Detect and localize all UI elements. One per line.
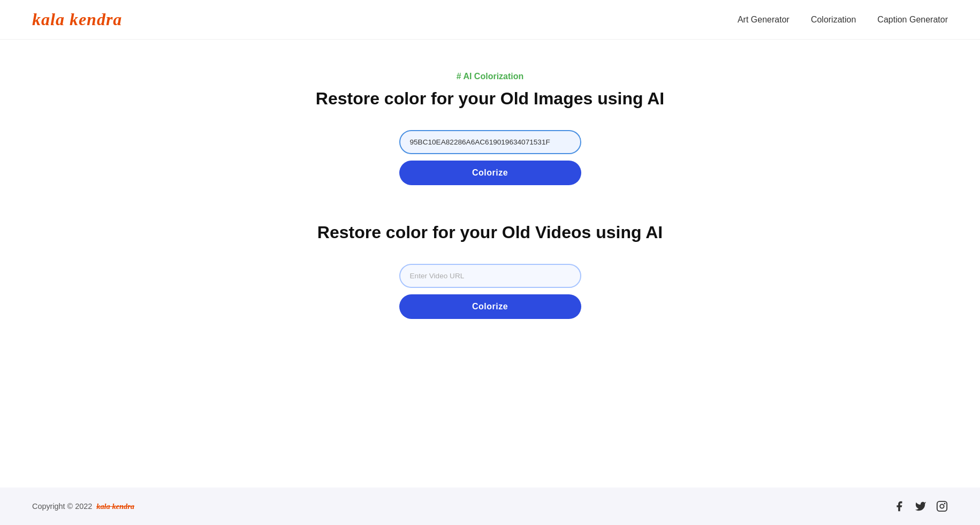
image-url-input[interactable]	[399, 130, 581, 154]
nav-caption-generator[interactable]: Caption Generator	[877, 15, 948, 25]
facebook-icon[interactable]	[893, 500, 905, 512]
twitter-icon[interactable]	[915, 500, 926, 512]
svg-point-2	[944, 503, 946, 505]
main-content: # AI Colorization Restore color for your…	[0, 40, 980, 488]
video-section-title: Restore color for your Old Videos using …	[317, 223, 663, 242]
section-tag: # AI Colorization	[457, 72, 524, 81]
image-section-title: Restore color for your Old Images using …	[316, 89, 664, 109]
video-section: Restore color for your Old Videos using …	[11, 223, 969, 351]
instagram-icon[interactable]	[936, 500, 948, 512]
header: kala kendra Art Generator Colorization C…	[0, 0, 980, 40]
image-input-group: Colorize	[399, 130, 581, 185]
social-icons-group	[893, 500, 948, 512]
footer: Copyright © 2022 kala kendra	[0, 488, 980, 525]
nav-art-generator[interactable]: Art Generator	[738, 15, 789, 25]
nav: Art Generator Colorization Caption Gener…	[738, 15, 948, 25]
footer-copyright: Copyright © 2022 kala kendra	[32, 502, 134, 511]
video-input-group: Colorize	[399, 264, 581, 319]
video-colorize-button[interactable]: Colorize	[399, 294, 581, 319]
logo: kala kendra	[32, 10, 122, 29]
nav-colorization[interactable]: Colorization	[811, 15, 856, 25]
svg-rect-0	[937, 501, 947, 511]
video-url-input[interactable]	[399, 264, 581, 288]
image-colorize-button[interactable]: Colorize	[399, 161, 581, 185]
footer-logo: kala kendra	[96, 502, 134, 511]
svg-point-1	[940, 504, 944, 508]
